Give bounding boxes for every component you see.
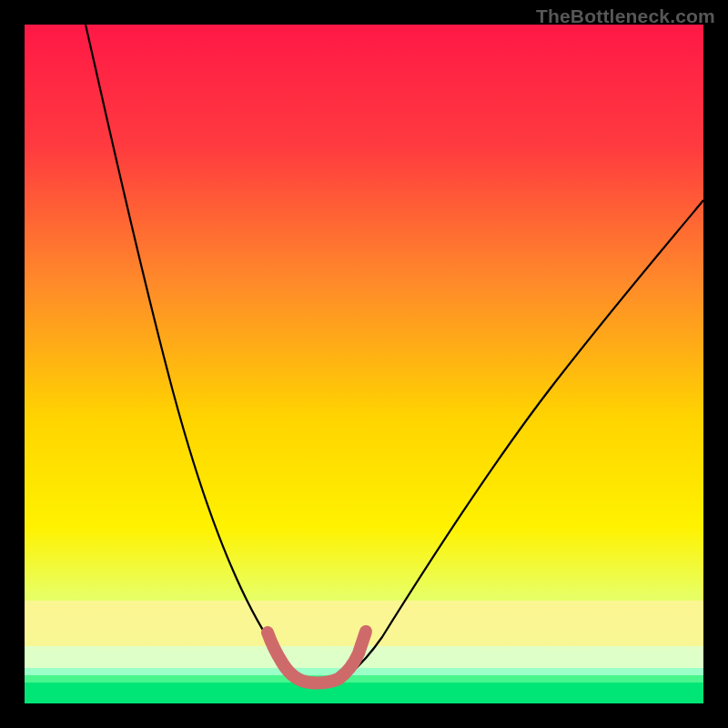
bottleneck-chart xyxy=(0,0,728,728)
band-light-green xyxy=(25,668,703,675)
band-mid-green xyxy=(25,675,703,682)
chart-svg xyxy=(0,0,728,728)
band-deep-green xyxy=(25,682,703,703)
plot-area xyxy=(25,25,703,703)
watermark-text: TheBottleneck.com xyxy=(536,5,715,27)
